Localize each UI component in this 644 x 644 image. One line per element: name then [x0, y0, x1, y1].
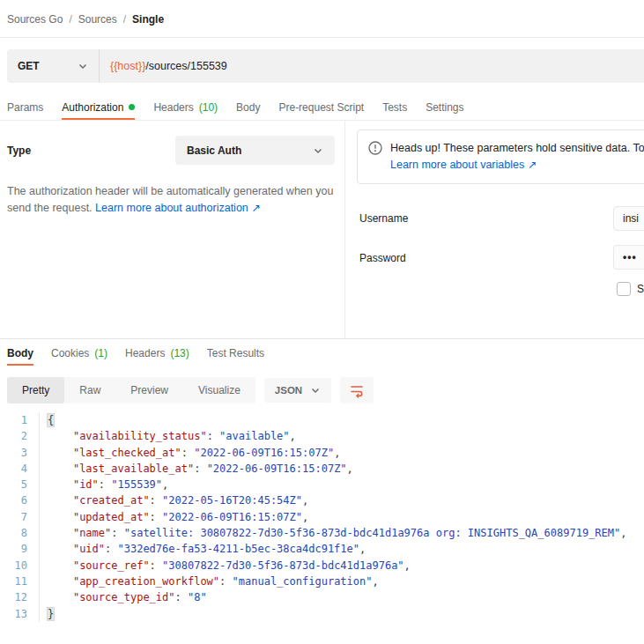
url-path: /sources/155539 [145, 60, 226, 72]
breadcrumb-separator: / [69, 13, 71, 26]
code-line: 13} [0, 606, 644, 622]
tab-headers[interactable]: Headers(10) [153, 94, 218, 120]
wrap-text-button[interactable] [340, 377, 374, 403]
tab-tests[interactable]: Tests [382, 94, 407, 120]
code-line: 6 "created_at": "2022-05-16T20:45:54Z", [0, 492, 644, 508]
breadcrumb-item-sources[interactable]: Sources [78, 13, 117, 26]
code-line: 5 "id": "155539", [0, 477, 644, 492]
line-number: 3 [0, 445, 39, 461]
line-number: 7 [0, 509, 39, 525]
headers-count: (10) [199, 101, 218, 114]
request-tabs: Params Authorization Headers(10) Body Pr… [0, 94, 644, 121]
info-alert-icon [368, 141, 382, 155]
chevron-down-icon [78, 61, 88, 71]
line-number: 10 [0, 558, 39, 574]
code-line: 4 "last_available_at": "2022-06-09T16:15… [0, 461, 644, 477]
tab-body[interactable]: Body [236, 94, 260, 120]
cookies-count: (1) [94, 347, 107, 359]
response-body-viewer: 1{2 "availability_status": "available",3… [0, 412, 644, 622]
chevron-down-icon [310, 385, 321, 396]
code-line: 1{ [0, 412, 644, 428]
sensitive-data-warning: Heads up! These parameters hold sensitiv… [357, 130, 644, 184]
line-number: 13 [0, 606, 39, 622]
code-line: 8 "name": "satellite: 30807822-7d30-5f36… [0, 525, 644, 541]
view-visualize-button[interactable]: Visualize [183, 377, 255, 403]
code-line: 3 "last_checked_at": "2022-06-09T16:15:0… [0, 445, 644, 461]
breadcrumb-item-sources-go[interactable]: Sources Go [7, 13, 63, 26]
breadcrumb: Sources Go / Sources / Single [0, 0, 644, 38]
auth-type-value: Basic Auth [187, 144, 241, 157]
auth-type-pane: Type Basic Auth The authorization header… [0, 121, 345, 338]
response-tab-headers[interactable]: Headers(13) [125, 340, 189, 366]
line-number: 5 [0, 477, 39, 492]
line-number: 6 [0, 492, 39, 508]
auth-credentials-pane: Heads up! These parameters hold sensitiv… [345, 121, 644, 338]
code-line: 12 "source_type_id": "8" [0, 589, 644, 605]
username-input[interactable]: insi [613, 206, 644, 231]
response-toolbar: Pretty Raw Preview Visualize JSON [7, 377, 637, 403]
tab-settings[interactable]: Settings [426, 94, 463, 120]
request-bar: GET {{host}}/sources/155539 [0, 38, 644, 94]
auth-type-label: Type [7, 144, 175, 157]
tab-authorization[interactable]: Authorization [62, 94, 135, 120]
breadcrumb-item-single: Single [132, 13, 164, 26]
method-label: GET [18, 60, 40, 72]
show-password-label: S [637, 283, 644, 295]
learn-more-authorization-link[interactable]: Learn more about authorization ↗ [95, 202, 261, 214]
view-pretty-button[interactable]: Pretty [7, 377, 64, 403]
line-number: 9 [0, 541, 39, 557]
tab-params[interactable]: Params [7, 94, 43, 120]
code-line: 10 "source_ref": "30807822-7d30-5f36-873… [0, 558, 644, 574]
method-dropdown[interactable]: GET [7, 49, 99, 83]
view-raw-button[interactable]: Raw [64, 377, 115, 403]
wrap-text-icon [349, 382, 365, 398]
password-label: Password [359, 252, 406, 264]
view-mode-switcher: Pretty Raw Preview Visualize [7, 377, 255, 403]
line-number: 4 [0, 461, 39, 477]
response-tab-test-results[interactable]: Test Results [207, 340, 264, 366]
tab-pre-request-script[interactable]: Pre-request Script [278, 94, 364, 120]
code-line: 11 "app_creation_workflow": "manual_conf… [0, 574, 644, 589]
username-label: Username [359, 212, 408, 225]
auth-description: The authorization header will be automat… [7, 183, 335, 217]
response-tab-body[interactable]: Body [7, 340, 33, 366]
response-tab-cookies[interactable]: Cookies(1) [51, 340, 107, 366]
auth-configured-dot-icon [129, 104, 135, 110]
view-preview-button[interactable]: Preview [115, 377, 183, 403]
code-line: 9 "uid": "332ed76e-fa53-4211-b5ec-38ca4d… [0, 541, 644, 557]
url-input[interactable]: {{host}}/sources/155539 [100, 60, 227, 72]
breadcrumb-separator: / [123, 13, 126, 26]
warning-text: Heads up! These parameters hold sensitiv… [390, 140, 644, 157]
code-line: 2 "availability_status": "available", [0, 428, 644, 444]
show-password-checkbox[interactable] [617, 282, 631, 296]
learn-more-variables-link[interactable]: Learn more about variables ↗ [390, 157, 644, 174]
format-dropdown[interactable]: JSON [264, 378, 331, 403]
auth-type-dropdown[interactable]: Basic Auth [175, 136, 335, 165]
chevron-down-icon [313, 145, 323, 156]
url-variable: {{host}} [110, 60, 145, 72]
format-value: JSON [275, 385, 302, 396]
password-input[interactable]: ••• [613, 245, 644, 270]
line-number: 2 [0, 428, 39, 444]
line-number: 12 [0, 589, 39, 605]
response-tabs: Body Cookies(1) Headers(13) Test Results [0, 340, 644, 366]
line-number: 1 [0, 412, 39, 428]
code-line: 7 "updated_at": "2022-06-09T16:15:07Z", [0, 509, 644, 525]
authorization-panel: Type Basic Auth The authorization header… [0, 121, 644, 339]
response-headers-count: (13) [170, 347, 189, 359]
line-number: 11 [0, 574, 39, 589]
line-number: 8 [0, 525, 39, 541]
